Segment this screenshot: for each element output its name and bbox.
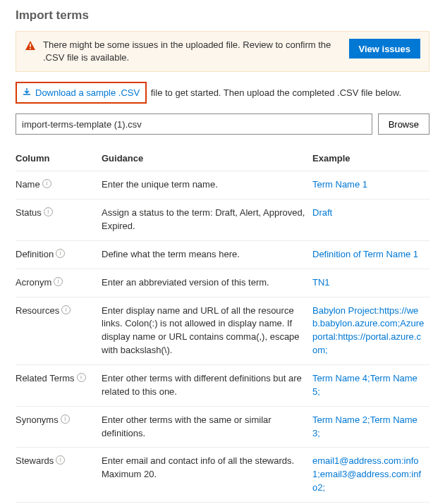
download-link-text: Download a sample .CSV — [35, 87, 140, 98]
cell-guidance: Enter the unique term name. — [102, 171, 312, 199]
info-icon[interactable]: i — [61, 305, 71, 314]
info-icon[interactable]: i — [54, 277, 63, 286]
cell-example[interactable]: Term Name 2;Term Name 3; — [312, 406, 429, 448]
warning-alert: There might be some issues in the upload… — [16, 31, 429, 72]
cell-column: Synonymsi — [16, 406, 102, 448]
cell-guidance: Enter display name and URL of all the re… — [102, 297, 312, 364]
table-row: DefinitioniDefine what the term means he… — [16, 240, 429, 269]
download-sample-link[interactable]: Download a sample .CSV — [23, 87, 140, 98]
warning-icon — [25, 40, 36, 54]
cell-column: Namei — [16, 171, 102, 199]
column-label: Related Terms — [16, 373, 75, 383]
column-label: Definition — [16, 249, 54, 259]
cell-guidance: Assign a status to the term: Draft, Aler… — [102, 199, 312, 241]
column-label: Stewards — [16, 455, 54, 466]
download-highlight-box: Download a sample .CSV — [16, 82, 147, 104]
cell-column: Acronymi — [16, 269, 102, 297]
header-column: Column — [16, 147, 102, 171]
cell-guidance: Enter an abbreviated version of this ter… — [102, 269, 312, 297]
download-suffix-text: file to get started. Then upload the com… — [148, 87, 401, 98]
table-row: Related TermsiEnter other terms with dif… — [16, 364, 429, 406]
svg-rect-0 — [30, 44, 31, 47]
cell-column: Stewardsi — [16, 448, 102, 503]
cell-guidance: Enter email and contact info of all the … — [102, 448, 312, 503]
table-row: StewardsiEnter email and contact info of… — [16, 448, 429, 503]
cell-column: Resourcesi — [16, 297, 102, 364]
guidance-table: Column Guidance Example NameiEnter the u… — [16, 147, 429, 504]
info-icon[interactable]: i — [44, 207, 53, 216]
table-row: SynonymsiEnter other terms with the same… — [16, 406, 429, 448]
column-label: Status — [16, 207, 42, 218]
cell-column: Definitioni — [16, 240, 102, 269]
column-label: Synonyms — [16, 414, 59, 425]
view-issues-button[interactable]: View issues — [349, 39, 420, 59]
file-row: Browse — [16, 113, 429, 135]
cell-example[interactable]: Term Name 4;Term Name 5; — [312, 364, 429, 406]
header-guidance: Guidance — [102, 147, 312, 171]
download-icon — [23, 87, 31, 98]
table-row: AcronymiEnter an abbreviated version of … — [16, 269, 429, 297]
cell-example[interactable]: Babylon Project:https://web.babylon.azur… — [312, 297, 429, 364]
file-path-input[interactable] — [16, 113, 372, 135]
cell-guidance: Enter other terms with the same or simil… — [102, 406, 312, 448]
browse-button[interactable]: Browse — [378, 113, 429, 135]
info-icon[interactable]: i — [56, 455, 65, 465]
svg-rect-1 — [30, 48, 31, 49]
cell-example[interactable]: Draft — [312, 199, 429, 241]
cell-guidance: Define what the term means here. — [102, 240, 312, 269]
header-example: Example — [312, 147, 429, 171]
download-row: Download a sample .CSV file to get start… — [16, 82, 429, 104]
column-label: Name — [16, 179, 40, 190]
table-row: StatusiAssign a status to the term: Draf… — [16, 199, 429, 241]
cell-column: Related Termsi — [16, 364, 102, 406]
page-title: Import terms — [16, 8, 429, 23]
cell-example[interactable]: TN1 — [312, 269, 429, 297]
cell-example[interactable]: email1@address.com:info1;email3@address.… — [312, 448, 429, 503]
column-label: Resources — [16, 305, 59, 316]
info-icon[interactable]: i — [77, 373, 86, 382]
info-icon[interactable]: i — [61, 414, 70, 424]
cell-guidance: Enter other terms with different definit… — [102, 364, 312, 406]
info-icon[interactable]: i — [42, 179, 51, 188]
cell-example[interactable]: Definition of Term Name 1 — [312, 240, 429, 269]
table-header-row: Column Guidance Example — [16, 147, 429, 171]
cell-example[interactable]: Term Name 1 — [312, 171, 429, 199]
column-label: Acronym — [16, 277, 51, 288]
info-icon[interactable]: i — [56, 249, 65, 258]
table-row: ResourcesiEnter display name and URL of … — [16, 297, 429, 364]
cell-column: Statusi — [16, 199, 102, 241]
alert-text: There might be some issues in the upload… — [43, 39, 342, 64]
table-row: NameiEnter the unique term name.Term Nam… — [16, 171, 429, 199]
